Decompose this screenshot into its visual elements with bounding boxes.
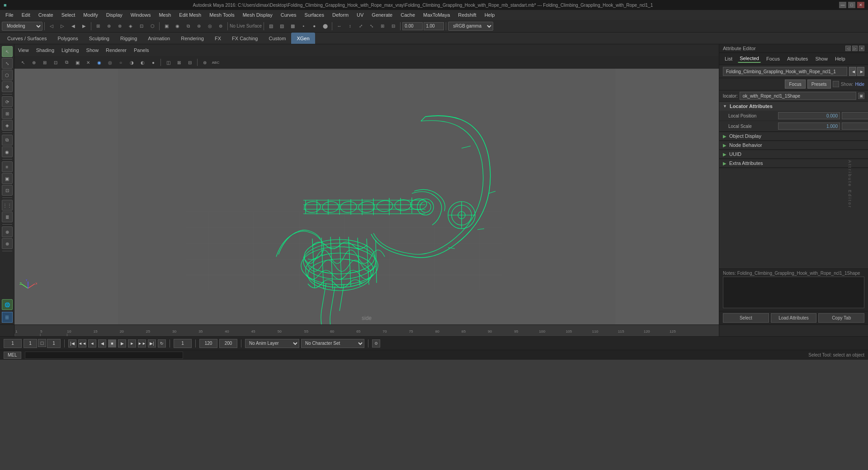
tool-transform4[interactable]: ◈ — [126, 21, 136, 31]
tool-crease[interactable]: ⊕ — [2, 226, 13, 237]
tool-camera3[interactable]: ⤢ — [356, 21, 366, 31]
tool-render3[interactable]: ▩ — [288, 21, 297, 31]
close-button[interactable]: ✕ — [857, 2, 864, 8]
val1-input[interactable] — [402, 22, 423, 30]
tool-render1[interactable]: ▧ — [266, 21, 276, 31]
transport-stop[interactable]: ■ — [108, 339, 116, 348]
menu-mesh-display[interactable]: Mesh Display — [239, 11, 276, 19]
tab-rendering[interactable]: Rendering — [175, 33, 209, 44]
tool-transform6[interactable]: ⬡ — [147, 21, 157, 31]
tab-xgen[interactable]: XGen — [291, 33, 315, 44]
maximize-button[interactable]: □ — [848, 2, 855, 8]
attr-node-name-field[interactable]: Folding_Climbing_Grappling_Hook_with_Rop… — [723, 67, 847, 76]
tab-fx-caching[interactable]: FX Caching — [226, 33, 263, 44]
tool-snap3[interactable]: ⧉ — [183, 21, 193, 31]
attr-section-node-behavior-header[interactable]: ▶ Node Behavior — [719, 141, 868, 150]
attr-tab-list[interactable]: List — [723, 55, 734, 62]
max-frame-input[interactable] — [219, 339, 237, 348]
tab-sculpting[interactable]: Sculpting — [84, 33, 115, 44]
viewport-menu-shading[interactable]: Shading — [36, 47, 54, 53]
menu-deform[interactable]: Deform — [329, 11, 352, 19]
tab-rigging[interactable]: Rigging — [115, 33, 142, 44]
menu-modify[interactable]: Modify — [80, 11, 101, 19]
menu-create[interactable]: Create — [35, 11, 57, 19]
attr-notes-textarea[interactable] — [723, 277, 864, 308]
timeline-ruler-bar[interactable]: 1 5 10 15 20 25 30 35 40 45 50 55 60 65 … — [0, 324, 868, 336]
locator-browse-button[interactable]: ▣ — [858, 93, 864, 99]
local-pos-x[interactable] — [778, 112, 840, 119]
anim-layer-dropdown[interactable]: No Anim Layer — [245, 339, 299, 348]
attr-section-extra-header[interactable]: ▶ Extra Attributes — [719, 159, 868, 168]
tool-fwd[interactable]: ▷ — [57, 21, 67, 31]
menu-windows[interactable]: Windows — [127, 11, 155, 19]
tab-animation[interactable]: Animation — [142, 33, 175, 44]
vp-tool-cam-set[interactable]: ⊛ — [200, 57, 210, 67]
mode-dropdown[interactable]: Modeling — [2, 22, 42, 31]
tool-target-weld[interactable]: ⊗ — [2, 238, 13, 249]
transport-settings-button[interactable]: ⚙ — [372, 339, 380, 348]
menu-display[interactable]: Display — [103, 11, 126, 19]
attr-hide-label[interactable]: Hide — [855, 82, 864, 87]
viewport-menu-renderer[interactable]: Renderer — [106, 47, 127, 53]
vp-tool-uv2[interactable]: ⊠ — [174, 57, 184, 67]
tool-move[interactable]: ✥ — [2, 81, 13, 92]
tool-create-poly[interactable]: ⋮⋮ — [2, 200, 13, 211]
attr-presets-button[interactable]: Presets — [807, 80, 831, 89]
local-scale-x[interactable] — [778, 122, 840, 130]
tool-snap6[interactable]: ⊚ — [216, 21, 226, 31]
tool-camera1[interactable]: ↔ — [334, 21, 344, 31]
attr-expand-button[interactable]: ▷ — [852, 46, 858, 51]
menu-cache[interactable]: Cache — [397, 11, 419, 19]
vp-tool-select[interactable]: ↖ — [18, 57, 28, 67]
menu-edit[interactable]: Edit — [18, 11, 34, 19]
attr-section-uuid-header[interactable]: ▶ UUID — [719, 150, 868, 159]
timeline-ruler[interactable]: 1 5 10 15 20 25 30 35 40 45 50 55 60 65 … — [14, 325, 719, 336]
vp-tool-x[interactable]: ✕ — [83, 57, 93, 67]
mel-input[interactable] — [25, 352, 183, 359]
tool-camera5[interactable]: ⊞ — [377, 21, 387, 31]
attr-tab-help[interactable]: Help — [833, 55, 847, 62]
tool-snap4[interactable]: ⊛ — [194, 21, 204, 31]
local-scale-y[interactable] — [842, 122, 868, 130]
transport-prev-key[interactable]: ◄◄ — [78, 339, 86, 348]
vp-tool-sel5[interactable]: ◐ — [137, 57, 147, 67]
end-frame-visible[interactable] — [47, 339, 61, 348]
tool-multi-cut[interactable]: ≣ — [2, 212, 13, 222]
tool-render4[interactable]: ▪ — [298, 21, 308, 31]
current-frame-display[interactable] — [174, 339, 192, 348]
tool-step-fwd[interactable]: ▶ — [79, 21, 89, 31]
vp-tool-uv1[interactable]: ◫ — [163, 57, 173, 67]
char-set-dropdown[interactable]: No Character Set — [301, 339, 364, 348]
transport-go-end[interactable]: ▶| — [148, 339, 156, 348]
vp-tool-sel2[interactable]: ◎ — [105, 57, 115, 67]
menu-help[interactable]: Help — [481, 11, 499, 19]
tool-render2[interactable]: ▨ — [277, 21, 287, 31]
viewport-menu-view[interactable]: View — [18, 47, 29, 53]
gamma-dropdown[interactable]: sRGB gamma — [448, 22, 493, 31]
current-frame-input[interactable] — [4, 339, 22, 348]
menu-select[interactable]: Select — [58, 11, 79, 19]
attr-section-locator-header[interactable]: ▼ Locator Attributes — [719, 102, 868, 111]
attr-tab-attributes[interactable]: Attributes — [785, 55, 810, 62]
tool-camera4[interactable]: ⤡ — [367, 21, 377, 31]
transport-prev-frame[interactable]: ◄ — [88, 339, 96, 348]
menu-mesh-tools[interactable]: Mesh Tools — [206, 11, 238, 19]
vp-tool-cam2[interactable]: ⊞ — [40, 57, 50, 67]
menu-redshift[interactable]: Redshift — [454, 11, 480, 19]
attr-load-button[interactable]: Load Attributes — [771, 313, 817, 323]
minimize-button[interactable]: — — [839, 2, 846, 8]
menu-uv[interactable]: UV — [353, 11, 367, 19]
tool-paint[interactable]: ⬡ — [2, 70, 13, 80]
viewport-menu-lighting[interactable]: Lighting — [61, 47, 79, 53]
menu-maxtomaya[interactable]: MaxToMaya — [420, 11, 453, 19]
tool-snap1[interactable]: ▣ — [161, 21, 171, 31]
tool-scale[interactable]: ⊞ — [2, 108, 13, 119]
tool-camera6[interactable]: ⊟ — [388, 21, 398, 31]
attr-copy-tab-button[interactable]: Copy Tab — [818, 313, 864, 323]
viewport-menu-panels[interactable]: Panels — [134, 47, 149, 53]
tool-snap5[interactable]: ◎ — [205, 21, 215, 31]
tool-paint-weight[interactable]: ▣ — [2, 173, 13, 184]
vp-tool-cam3[interactable]: ⊡ — [51, 57, 61, 67]
tool-snap-to[interactable]: ≡ — [2, 161, 13, 172]
attr-section-object-display-header[interactable]: ▶ Object Display — [719, 132, 868, 141]
